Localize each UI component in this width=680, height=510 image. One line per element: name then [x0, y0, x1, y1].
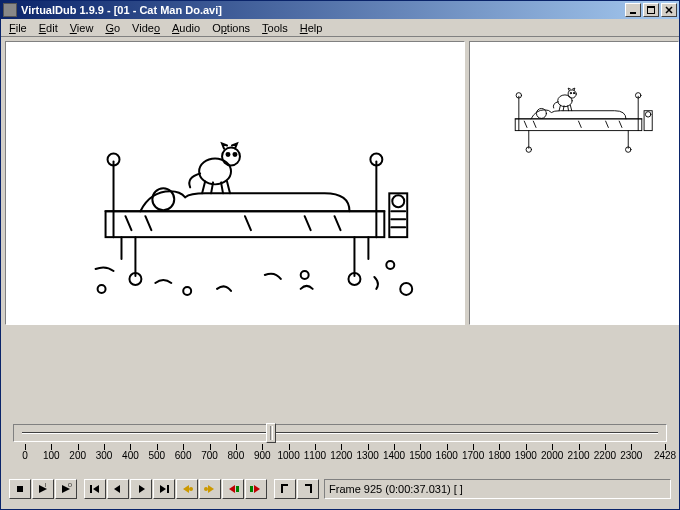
menu-edit[interactable]: Edit — [33, 21, 64, 35]
key-next-button[interactable] — [199, 479, 221, 499]
menu-options[interactable]: Options — [206, 21, 256, 35]
input-frame-image — [6, 42, 464, 325]
titlebar: VirtualDub 1.9.9 - [01 - Cat Man Do.avi] — [1, 1, 679, 19]
seek-start-button[interactable] — [84, 479, 106, 499]
scene-prev-button[interactable] — [222, 479, 244, 499]
tick-label: 1500 — [409, 450, 431, 461]
key-prev-button[interactable] — [176, 479, 198, 499]
menu-go[interactable]: Go — [99, 21, 126, 35]
close-button[interactable] — [661, 3, 677, 17]
play-output-button[interactable]: O — [55, 479, 77, 499]
window-title: VirtualDub 1.9.9 - [01 - Cat Man Do.avi] — [20, 4, 623, 16]
tick-label: 700 — [201, 450, 218, 461]
mark-out-button[interactable] — [297, 479, 319, 499]
svg-point-20 — [233, 153, 236, 156]
tick-label: 0 — [22, 450, 28, 461]
svg-rect-46 — [17, 486, 23, 492]
tick-label: 1100 — [304, 450, 326, 461]
status-bar: Frame 925 (0:00:37.031) [ ] — [324, 479, 671, 499]
timeline-ticks: 0100200300400500600700800900100011001200… — [13, 444, 667, 466]
menu-tools[interactable]: Tools — [256, 21, 294, 35]
tick-label: 100 — [43, 450, 60, 461]
status-text: Frame 925 (0:00:37.031) [ ] — [329, 483, 463, 495]
svg-rect-3 — [6, 42, 464, 325]
timeline-thumb[interactable] — [266, 423, 276, 443]
menu-video[interactable]: Video — [126, 21, 166, 35]
tick-label: 1700 — [462, 450, 484, 461]
svg-point-42 — [570, 92, 571, 93]
tick-label: 2300 — [620, 450, 642, 461]
seek-end-button[interactable] — [153, 479, 175, 499]
bottom-strip — [1, 501, 679, 509]
tick-label: 2428 — [654, 450, 676, 461]
output-pane[interactable] — [469, 41, 679, 325]
svg-rect-49 — [90, 485, 92, 493]
content-area — [1, 37, 679, 424]
svg-rect-50 — [167, 485, 169, 493]
timeline-groove — [22, 432, 658, 434]
tick-label: 1900 — [515, 450, 537, 461]
transport-controls: I O Frame 925 (0:00:37.031) [ ] — [1, 477, 679, 501]
timeline: 0100200300400500600700800900100011001200… — [1, 424, 679, 477]
play-input-button[interactable]: I — [32, 479, 54, 499]
app-window: VirtualDub 1.9.9 - [01 - Cat Man Do.avi]… — [0, 0, 680, 510]
mark-in-button[interactable] — [274, 479, 296, 499]
tick-label: 500 — [148, 450, 165, 461]
tick-label: 2000 — [541, 450, 563, 461]
app-icon — [3, 3, 17, 17]
svg-point-19 — [227, 153, 230, 156]
step-back-button[interactable] — [107, 479, 129, 499]
tick-label: 1000 — [277, 450, 299, 461]
tick-label: 300 — [96, 450, 113, 461]
output-frame-image — [470, 42, 678, 170]
menu-file[interactable]: File — [3, 21, 33, 35]
menubar: File Edit View Go Video Audio Options To… — [1, 19, 679, 37]
menu-view[interactable]: View — [64, 21, 100, 35]
svg-rect-2 — [647, 6, 655, 8]
tick-label: 2200 — [594, 450, 616, 461]
tick-label: 200 — [69, 450, 86, 461]
tick-label: 1400 — [383, 450, 405, 461]
menu-help[interactable]: Help — [294, 21, 329, 35]
svg-text:O: O — [68, 483, 72, 488]
svg-point-43 — [573, 92, 574, 93]
stop-button[interactable] — [9, 479, 31, 499]
svg-point-52 — [204, 487, 208, 491]
tick-label: 600 — [175, 450, 192, 461]
tick-label: 900 — [254, 450, 271, 461]
tick-label: 1200 — [330, 450, 352, 461]
maximize-button[interactable] — [643, 3, 659, 17]
tick-label: 1300 — [357, 450, 379, 461]
tick-label: 2100 — [567, 450, 589, 461]
svg-rect-0 — [630, 12, 636, 14]
svg-rect-28 — [470, 42, 678, 170]
menu-audio[interactable]: Audio — [166, 21, 206, 35]
svg-rect-54 — [250, 486, 253, 492]
input-pane[interactable] — [5, 41, 465, 325]
svg-text:I: I — [45, 483, 46, 488]
minimize-button[interactable] — [625, 3, 641, 17]
step-forward-button[interactable] — [130, 479, 152, 499]
svg-point-51 — [189, 487, 193, 491]
tick-label: 1600 — [436, 450, 458, 461]
tick-label: 800 — [228, 450, 245, 461]
scene-next-button[interactable] — [245, 479, 267, 499]
svg-rect-53 — [236, 486, 239, 492]
window-buttons — [623, 3, 677, 17]
timeline-track[interactable] — [13, 424, 667, 442]
tick-label: 400 — [122, 450, 139, 461]
tick-label: 1800 — [488, 450, 510, 461]
